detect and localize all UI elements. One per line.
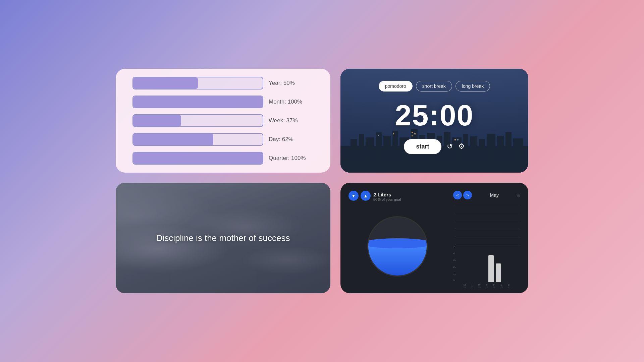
progress-track bbox=[132, 96, 263, 108]
x-date-label: 29 bbox=[500, 286, 503, 289]
calendar-next-button[interactable]: > bbox=[463, 191, 472, 199]
progress-fill bbox=[133, 77, 198, 89]
tab-long-break[interactable]: long break bbox=[455, 81, 490, 92]
water-circle-container bbox=[348, 207, 446, 285]
calendar-menu-icon[interactable]: ≡ bbox=[517, 192, 520, 199]
calendar-month: May bbox=[490, 192, 499, 198]
water-card: ▼ ▲ 2 Liters 50% of your goal < bbox=[340, 183, 528, 293]
settings-icon[interactable]: ⚙ bbox=[458, 142, 465, 151]
progress-row: Week: 37% bbox=[132, 114, 314, 127]
pomodoro-card: pomodoro short break long break 25:00 st… bbox=[340, 69, 528, 173]
progress-label: Day: 62% bbox=[269, 136, 293, 143]
water-circle bbox=[367, 216, 428, 277]
x-axis-label-group: T25 bbox=[469, 283, 475, 289]
progress-row: Year: 50% bbox=[132, 77, 314, 89]
water-increase-button[interactable]: ▲ bbox=[361, 191, 371, 201]
pomodoro-controls: start ↺ ⚙ bbox=[404, 139, 465, 154]
x-day-label: F bbox=[493, 283, 495, 286]
reset-icon[interactable]: ↺ bbox=[447, 142, 453, 151]
x-date-label: 26 bbox=[478, 286, 481, 289]
calendar-prev-button[interactable]: < bbox=[453, 191, 462, 199]
svg-rect-22 bbox=[412, 135, 413, 136]
y-axis-label: 3L bbox=[453, 258, 456, 261]
progress-row: Month: 100% bbox=[132, 96, 314, 108]
y-axis-label: 1L bbox=[453, 272, 456, 275]
tab-short-break[interactable]: short break bbox=[416, 81, 452, 92]
water-fill bbox=[368, 243, 427, 276]
progress-label: Quarter: 100% bbox=[269, 155, 306, 162]
tab-pomodoro[interactable]: pomodoro bbox=[379, 81, 413, 92]
water-amount: 2 Liters bbox=[373, 192, 401, 197]
water-wave bbox=[367, 238, 428, 248]
start-button[interactable]: start bbox=[404, 139, 441, 154]
x-day-label: T bbox=[486, 283, 488, 286]
svg-rect-18 bbox=[497, 136, 504, 173]
x-date-label: 30 bbox=[507, 286, 510, 289]
water-decrease-button[interactable]: ▼ bbox=[348, 191, 359, 201]
calendar-nav: < > bbox=[453, 191, 472, 199]
svg-rect-3 bbox=[366, 137, 374, 173]
x-axis-label-group: M24 bbox=[462, 283, 467, 289]
pomodoro-tabs: pomodoro short break long break bbox=[379, 81, 490, 92]
bar bbox=[496, 263, 501, 282]
svg-rect-26 bbox=[393, 133, 394, 134]
progress-fill bbox=[133, 153, 263, 164]
progress-row: Quarter: 100% bbox=[132, 152, 314, 165]
y-axis-label: 5L bbox=[453, 245, 456, 248]
progress-track bbox=[132, 152, 263, 165]
x-axis-label-group: S29 bbox=[499, 283, 504, 289]
svg-rect-23 bbox=[414, 133, 416, 134]
chart-container: 5L4L3L2L1L0LM24T25W26T27F28S29S30 bbox=[453, 245, 520, 289]
x-day-label: M bbox=[464, 283, 466, 286]
x-date-label: 27 bbox=[485, 286, 488, 289]
quote-card: Discipline is the mother of success bbox=[116, 183, 330, 293]
x-day-label: S bbox=[508, 283, 509, 286]
progress-label: Week: 37% bbox=[269, 117, 298, 124]
svg-rect-6 bbox=[392, 131, 398, 173]
bar-column bbox=[496, 263, 501, 282]
calendar-header: < > May ≡ bbox=[453, 191, 520, 199]
water-info: 2 Liters 50% of your goal bbox=[373, 192, 401, 201]
progress-fill bbox=[133, 96, 263, 108]
x-date-label: 25 bbox=[471, 286, 473, 289]
svg-rect-15 bbox=[470, 136, 477, 173]
water-tracker-left: ▼ ▲ 2 Liters 50% of your goal bbox=[348, 191, 446, 285]
progress-track bbox=[132, 77, 263, 89]
bar-chart bbox=[453, 205, 520, 245]
svg-rect-17 bbox=[487, 134, 495, 173]
x-axis-label-group: T27 bbox=[484, 283, 489, 289]
x-axis-label-group: W26 bbox=[477, 283, 482, 289]
timer-display: 25:00 bbox=[395, 98, 474, 132]
x-date-label: 24 bbox=[463, 286, 466, 289]
progress-card: Year: 50%Month: 100%Week: 37%Day: 62%Qua… bbox=[116, 69, 330, 173]
x-day-label: S bbox=[500, 283, 502, 286]
progress-track bbox=[132, 133, 263, 146]
y-axis-label: 2L bbox=[453, 265, 456, 268]
x-axis-label-group: F28 bbox=[491, 283, 497, 289]
progress-label: Month: 100% bbox=[269, 99, 302, 105]
progress-row: Day: 62% bbox=[132, 133, 314, 146]
bar bbox=[488, 255, 494, 282]
y-axis-label: 4L bbox=[453, 252, 456, 255]
x-day-label: T bbox=[471, 283, 473, 286]
progress-fill bbox=[133, 134, 213, 145]
x-axis-label-group: S30 bbox=[506, 283, 512, 289]
y-axis-label: 0L bbox=[453, 279, 456, 282]
svg-rect-5 bbox=[383, 136, 391, 173]
main-grid: Year: 50%Month: 100%Week: 37%Day: 62%Qua… bbox=[116, 69, 528, 293]
x-date-label: 28 bbox=[493, 286, 495, 289]
svg-rect-27 bbox=[378, 135, 379, 136]
svg-rect-4 bbox=[376, 132, 382, 173]
svg-rect-16 bbox=[479, 139, 485, 173]
svg-rect-2 bbox=[359, 134, 364, 173]
svg-rect-19 bbox=[505, 132, 512, 173]
bar-column bbox=[488, 255, 494, 282]
water-goal: 50% of your goal bbox=[373, 197, 401, 201]
quote-text: Discipline is the mother of success bbox=[143, 219, 304, 257]
x-day-label: W bbox=[478, 283, 481, 286]
progress-track bbox=[132, 114, 263, 127]
progress-label: Year: 50% bbox=[269, 80, 295, 86]
water-controls: ▼ ▲ bbox=[348, 191, 371, 201]
progress-fill bbox=[133, 115, 181, 126]
svg-rect-1 bbox=[351, 139, 357, 173]
